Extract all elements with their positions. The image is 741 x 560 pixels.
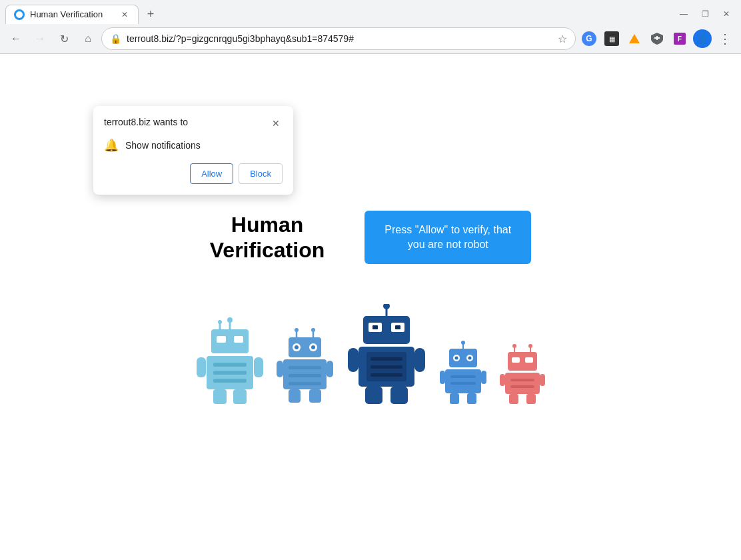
svg-point-37	[383, 304, 390, 309]
lock-icon: 🔒	[110, 33, 121, 44]
reload-button[interactable]: ↻	[53, 28, 75, 49]
allow-button[interactable]: Allow	[190, 163, 233, 184]
popup-header: terrout8.biz wants to ✕	[104, 117, 283, 130]
tab-title: Human Verification	[30, 9, 115, 19]
svg-rect-79	[526, 394, 536, 404]
svg-point-53	[461, 341, 465, 345]
svg-point-57	[454, 357, 458, 360]
extension-triangle-button[interactable]	[624, 28, 645, 49]
extension-dark-button[interactable]: ▦	[601, 28, 622, 49]
svg-rect-41	[372, 325, 378, 329]
svg-point-22	[311, 328, 315, 332]
minimize-button[interactable]: —	[674, 5, 693, 23]
toolbar: ← → ↻ ⌂ 🔒 terrout8.biz/?p=gizgcnrqgu5gi3…	[0, 24, 741, 53]
robot-5-svg	[500, 344, 545, 404]
svg-rect-62	[440, 371, 445, 384]
svg-rect-47	[370, 373, 402, 377]
svg-rect-29	[289, 366, 321, 369]
svg-rect-17	[213, 389, 227, 404]
svg-point-69	[528, 344, 532, 348]
svg-rect-35	[309, 389, 321, 403]
svg-rect-46	[370, 365, 402, 369]
svg-rect-60	[450, 375, 476, 378]
title-bar: Human Verification ✕ + — ❐ ✕	[0, 0, 741, 24]
svg-rect-76	[500, 374, 505, 386]
svg-rect-75	[510, 385, 534, 388]
bookmark-icon[interactable]: ☆	[558, 33, 567, 45]
page-container: terrout8.biz wants to ✕ 🔔 Show notificat…	[0, 54, 741, 560]
new-tab-button[interactable]: +	[141, 5, 160, 23]
popup-permission-row: 🔔 Show notifications	[104, 138, 283, 153]
svg-rect-48	[348, 348, 359, 372]
svg-rect-16	[254, 357, 263, 377]
svg-rect-34	[289, 389, 301, 403]
robots-section	[197, 304, 545, 404]
popup-close-button[interactable]: ✕	[269, 117, 283, 130]
extension-g-icon: G	[582, 31, 596, 46]
block-button[interactable]: Block	[239, 163, 283, 184]
address-bar[interactable]: 🔒 terrout8.biz/?p=gizgcnrqgu5gi3bphayq&s…	[101, 27, 576, 50]
verification-section: Human Verification Press "Allow" to veri…	[210, 211, 532, 265]
extension-badge-icon: F	[672, 31, 687, 46]
extension-triangle-icon	[629, 34, 640, 43]
svg-point-26	[295, 345, 299, 349]
svg-rect-10	[234, 336, 243, 343]
svg-rect-32	[277, 361, 283, 377]
robot-2-svg	[277, 327, 333, 404]
more-menu-button[interactable]: ⋮	[714, 28, 736, 49]
robot-2	[277, 327, 333, 404]
svg-rect-63	[481, 371, 486, 384]
notification-popup: terrout8.biz wants to ✕ 🔔 Show notificat…	[93, 106, 293, 195]
svg-point-20	[295, 328, 299, 332]
svg-rect-74	[510, 379, 534, 381]
svg-rect-78	[509, 394, 518, 404]
close-button[interactable]: ✕	[717, 5, 736, 23]
robot-3	[347, 304, 426, 404]
svg-rect-42	[395, 325, 400, 329]
tab-close-button[interactable]: ✕	[119, 9, 130, 20]
svg-point-67	[512, 344, 516, 348]
svg-rect-45	[370, 357, 402, 361]
svg-rect-64	[450, 393, 459, 404]
extension-shield-icon	[650, 31, 664, 46]
profile-button[interactable]: 👤	[692, 28, 713, 49]
svg-rect-18	[233, 389, 247, 404]
tab-favicon	[14, 9, 25, 20]
maximize-button[interactable]: ❐	[696, 5, 714, 23]
svg-point-27	[311, 345, 315, 349]
extension-shield-button[interactable]	[646, 28, 668, 49]
extension-badge-button[interactable]: F	[669, 28, 690, 49]
svg-rect-12	[213, 363, 247, 367]
robot-3-svg	[347, 304, 426, 404]
svg-rect-61	[450, 382, 476, 385]
svg-rect-72	[525, 357, 533, 363]
svg-rect-77	[540, 374, 545, 386]
popup-action-buttons: Allow Block	[104, 163, 283, 184]
svg-rect-65	[467, 393, 476, 404]
bell-icon: 🔔	[104, 138, 119, 153]
svg-rect-73	[505, 373, 540, 394]
svg-rect-50	[365, 387, 382, 404]
forward-button[interactable]: →	[29, 28, 51, 49]
robot-1	[197, 317, 263, 404]
verify-cta-button[interactable]: Press "Allow" to verify, that you are no…	[365, 211, 531, 265]
svg-rect-71	[512, 357, 520, 363]
active-tab[interactable]: Human Verification ✕	[5, 5, 139, 24]
svg-rect-30	[289, 374, 321, 377]
browser-chrome: Human Verification ✕ + — ❐ ✕ ← → ↻ ⌂ 🔒 t…	[0, 0, 741, 54]
robot-4-svg	[440, 341, 486, 404]
window-controls: — ❐ ✕	[674, 5, 736, 23]
home-button[interactable]: ⌂	[77, 28, 99, 49]
robot-1-svg	[197, 317, 263, 404]
url-text: terrout8.biz/?p=gizgcnrqgu5gi3bphayq&sub…	[127, 33, 552, 44]
popup-site-text: terrout8.biz wants to	[104, 117, 188, 127]
svg-rect-15	[197, 357, 206, 377]
svg-point-5	[227, 317, 233, 323]
svg-text:F: F	[678, 35, 682, 43]
svg-point-7	[218, 320, 222, 324]
svg-rect-59	[445, 369, 481, 393]
profile-icon: 👤	[693, 29, 712, 48]
svg-rect-33	[327, 361, 333, 377]
back-button[interactable]: ←	[5, 28, 27, 49]
extension-g-button[interactable]: G	[578, 28, 600, 49]
